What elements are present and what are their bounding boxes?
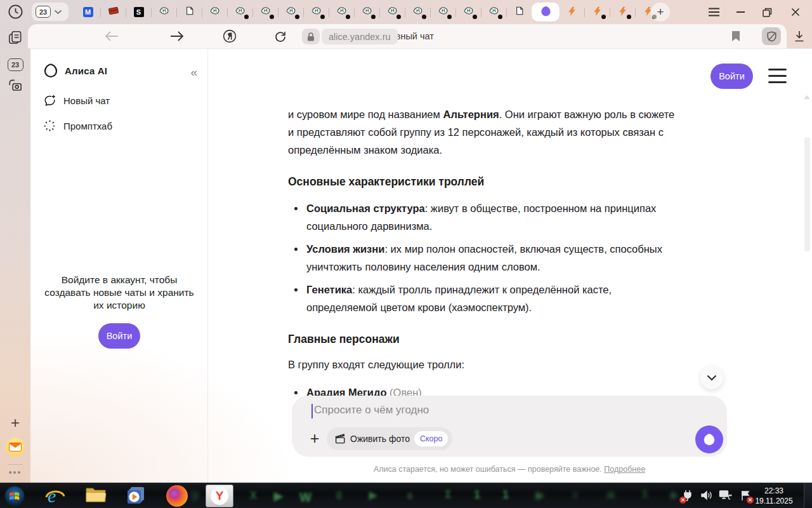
- clapperboard-icon: [335, 434, 346, 444]
- brand-name: Алиса AI: [65, 65, 107, 76]
- history-clock-icon[interactable]: [0, 3, 30, 20]
- screenshot-icon[interactable]: [0, 77, 30, 94]
- more-dots-icon[interactable]: •••: [0, 467, 30, 478]
- lock-icon[interactable]: [302, 29, 320, 44]
- notification-dot: [473, 15, 477, 19]
- pinned-tab[interactable]: [355, 3, 379, 22]
- page-menu-icon[interactable]: [768, 69, 787, 83]
- pinned-tab[interactable]: S: [126, 3, 151, 22]
- notes-copy-icon[interactable]: [0, 29, 30, 46]
- chat-composer[interactable]: Спросите о чём угодно + Оживить фото Ско…: [292, 396, 727, 457]
- pinned-tab[interactable]: [304, 3, 329, 22]
- pinned-tab[interactable]: [456, 3, 481, 22]
- protect-shield-icon[interactable]: [759, 24, 784, 48]
- header-login-button[interactable]: Войти: [710, 64, 753, 89]
- mail-icon[interactable]: [0, 438, 30, 457]
- pinned-tab[interactable]: [585, 3, 610, 22]
- forward-button[interactable]: [164, 24, 190, 48]
- matrix-glyph: 1: [474, 488, 480, 502]
- sidebar-login-button[interactable]: Войти: [98, 323, 140, 349]
- matrix-glyph: 1: [642, 488, 648, 500]
- pinned-tab[interactable]: [202, 3, 227, 22]
- divider: [8, 464, 23, 465]
- volume-icon[interactable]: [700, 487, 714, 504]
- sidebar-item-new-chat[interactable]: Новый чат: [43, 94, 110, 107]
- action-center-alert-icon[interactable]: ✕: [738, 487, 752, 504]
- tab-group-counter[interactable]: 23: [32, 3, 69, 21]
- sidebar-item-label: Новый чат: [63, 95, 110, 106]
- bolt-tab-icon: [618, 6, 627, 18]
- bookmark-icon[interactable]: [723, 24, 749, 48]
- browser-menu-button[interactable]: [708, 0, 720, 24]
- notification-dot: [295, 15, 299, 19]
- section-heading: Главные персонажи: [288, 331, 678, 347]
- notification-dot: [270, 15, 274, 19]
- characteristic-item: Социальная структура: живут в обществе, …: [288, 199, 678, 235]
- yandex-browser-icon[interactable]: Y: [206, 485, 233, 507]
- start-orb-icon[interactable]: [4, 485, 25, 507]
- tabs-count-badge[interactable]: 23: [0, 58, 30, 71]
- matrix-glyph: X: [250, 490, 257, 502]
- matrix-glyph: Σ: [445, 489, 452, 500]
- address-bar[interactable]: alice.yandex.ru: [302, 29, 398, 44]
- browser-window: 23 + ••• 23 MS +: [0, 0, 812, 483]
- pinned-tab[interactable]: [431, 3, 455, 22]
- show-desktop-button[interactable]: [804, 483, 812, 508]
- restore-button[interactable]: [763, 0, 772, 24]
- pinned-tab[interactable]: [101, 3, 126, 22]
- new-tab-button[interactable]: +: [651, 3, 670, 22]
- pinned-tab[interactable]: [152, 3, 176, 22]
- s-logo-tab-icon: S: [134, 7, 144, 17]
- bolt-tab-icon: [567, 6, 577, 18]
- pinned-tab[interactable]: [481, 3, 506, 22]
- pinned-tab[interactable]: [329, 3, 354, 22]
- pinned-tab[interactable]: [380, 3, 405, 22]
- refresh-button[interactable]: [268, 24, 293, 48]
- plus-icon[interactable]: +: [0, 414, 30, 432]
- sidebar-collapse-icon[interactable]: «: [190, 65, 197, 79]
- attach-plus-button[interactable]: +: [307, 431, 322, 446]
- alice-sidebar: Алиса AI « Новый чат Промптхаб Вой: [30, 49, 208, 483]
- close-button[interactable]: [791, 0, 800, 24]
- pinned-tab[interactable]: [507, 3, 532, 22]
- taskbar-clock[interactable]: 22:33 19.11.2025: [751, 486, 797, 506]
- pinned-tab[interactable]: [610, 3, 635, 22]
- disclaimer-link[interactable]: Подробнее: [604, 465, 645, 474]
- bolt-tab-icon: [593, 6, 602, 18]
- scroll-to-bottom-button[interactable]: [700, 366, 723, 389]
- media-player-icon[interactable]: [126, 485, 146, 505]
- notification-dot: [498, 15, 502, 19]
- active-tab-alice[interactable]: [532, 3, 560, 22]
- back-button[interactable]: [99, 24, 124, 48]
- notification-dot: [447, 15, 452, 19]
- matrix-glyph: 0: [407, 490, 412, 501]
- internet-explorer-icon[interactable]: e: [44, 485, 66, 507]
- chip-badge: Скоро: [414, 431, 449, 446]
- alice-voice-button[interactable]: [695, 425, 723, 453]
- matrix-glyph: W: [299, 490, 311, 505]
- pinned-tab[interactable]: [228, 3, 252, 22]
- pinned-tab[interactable]: [560, 3, 584, 22]
- network-icon[interactable]: [719, 487, 733, 504]
- scrollbar-up-arrow[interactable]: [804, 95, 810, 99]
- composer-placeholder[interactable]: Спросите о чём угодно: [314, 404, 429, 417]
- animate-photo-chip[interactable]: Оживить фото Скоро: [327, 427, 452, 450]
- file-explorer-icon[interactable]: [85, 485, 107, 504]
- firefox-icon[interactable]: [166, 485, 188, 507]
- yandex-search-button[interactable]: [217, 24, 242, 48]
- clock-time: 22:33: [751, 486, 797, 496]
- matrix-glyph: ヲ: [189, 489, 200, 504]
- sidebar-item-prompthub[interactable]: Промптхаб: [43, 119, 112, 133]
- pinned-tab[interactable]: [278, 3, 303, 22]
- pinned-tab[interactable]: [253, 3, 278, 22]
- pinned-tab[interactable]: M: [75, 3, 100, 22]
- minimize-button[interactable]: [736, 0, 745, 24]
- download-icon[interactable]: [787, 24, 812, 48]
- matrix-glyph: ▶: [536, 489, 544, 501]
- power-plug-error-icon[interactable]: ✕: [681, 487, 695, 504]
- sprite-tab-icon: [159, 6, 169, 18]
- pinned-tab[interactable]: [177, 3, 202, 22]
- pinned-tab[interactable]: [405, 3, 430, 22]
- notification-dot: [346, 15, 350, 19]
- scrollbar-thumb[interactable]: [804, 137, 810, 251]
